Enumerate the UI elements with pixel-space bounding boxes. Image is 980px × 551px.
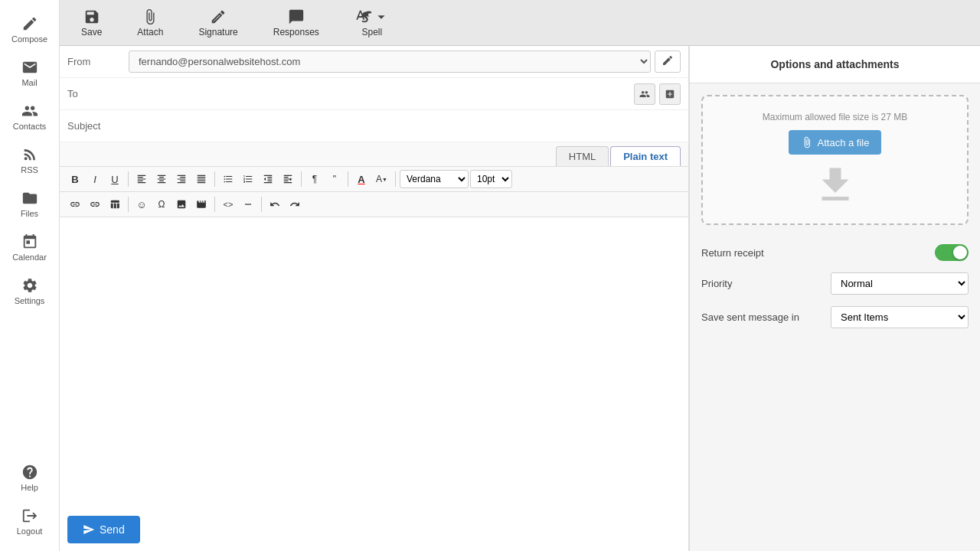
- insert-table-button[interactable]: [106, 195, 124, 214]
- sidebar-item-calendar[interactable]: Calendar: [0, 226, 59, 269]
- insert-image-button[interactable]: [172, 195, 191, 214]
- panel-title: Options and attachments: [690, 46, 980, 83]
- sidebar-item-settings[interactable]: Settings: [0, 269, 59, 313]
- insert-link-button[interactable]: [66, 195, 84, 214]
- sidebar-item-label-contacts: Contacts: [13, 122, 46, 131]
- font-family-select[interactable]: Verdana: [400, 170, 469, 188]
- subject-label: Subject: [67, 120, 129, 132]
- sidebar-item-files[interactable]: Files: [0, 182, 59, 226]
- tab-plaintext[interactable]: Plain text: [610, 146, 681, 166]
- highlight-color-button[interactable]: A▼: [372, 170, 391, 188]
- save-icon: [83, 8, 100, 25]
- calendar-icon: [21, 233, 38, 250]
- sidebar-item-label-rss: RSS: [21, 165, 38, 174]
- sidebar-bottom: Help Logout: [0, 456, 59, 551]
- signature-label: Signature: [198, 27, 237, 37]
- responses-button[interactable]: Responses: [267, 5, 325, 41]
- attach-button[interactable]: Attach: [131, 5, 169, 41]
- insert-emoji-button[interactable]: ☺: [132, 195, 151, 214]
- sidebar-item-logout[interactable]: Logout: [0, 500, 59, 543]
- spell-button[interactable]: Spell: [348, 5, 396, 41]
- indent-increase-button[interactable]: [279, 170, 297, 188]
- address-book-button[interactable]: [634, 83, 655, 105]
- toggle-knob: [953, 246, 967, 259]
- tab-html[interactable]: HTML: [556, 146, 609, 166]
- underline-button[interactable]: U: [106, 170, 124, 188]
- to-row: To: [60, 78, 688, 110]
- attach-file-button[interactable]: Attach a file: [789, 130, 882, 155]
- font-color-button[interactable]: A: [352, 170, 371, 188]
- max-file-size-text: Maximum allowed file size is 27 MB: [763, 112, 907, 122]
- code-button[interactable]: <>: [219, 195, 237, 214]
- logout-icon: [21, 507, 38, 524]
- align-left-button[interactable]: [132, 170, 151, 188]
- sidebar: Compose Mail Contacts RSS Files Calendar…: [0, 0, 60, 551]
- signature-button[interactable]: Signature: [192, 5, 243, 41]
- blockquote-button[interactable]: ": [325, 170, 344, 188]
- separator-4: [348, 171, 348, 187]
- attach-label: Attach: [137, 27, 163, 37]
- edit-icon: [662, 54, 674, 67]
- horizontal-rule-button[interactable]: [239, 195, 257, 214]
- sidebar-item-rss[interactable]: RSS: [0, 139, 59, 182]
- italic-button[interactable]: I: [86, 170, 104, 188]
- add-recipient-button[interactable]: [659, 83, 681, 105]
- attach-icon: [142, 8, 158, 25]
- bold-button[interactable]: B: [66, 170, 84, 188]
- from-select[interactable]: fernando@personalwebsitehost.com: [129, 51, 651, 73]
- email-form: From fernando@personalwebsitehost.com To: [60, 46, 689, 551]
- save-sent-select[interactable]: Sent Items Drafts None: [831, 306, 969, 328]
- sidebar-item-label-settings: Settings: [15, 296, 45, 305]
- insert-special-char-button[interactable]: Ω: [152, 195, 171, 214]
- align-right-button[interactable]: [172, 170, 191, 188]
- help-icon: [21, 464, 38, 481]
- unordered-list-button[interactable]: [219, 170, 237, 188]
- ordered-list-button[interactable]: [239, 170, 257, 188]
- align-center-button[interactable]: [152, 170, 171, 188]
- rss-icon: [21, 146, 38, 163]
- to-input[interactable]: [129, 82, 630, 106]
- sidebar-item-mail[interactable]: Mail: [0, 51, 59, 95]
- sidebar-item-label-logout: Logout: [17, 527, 43, 536]
- redo-button[interactable]: [286, 195, 304, 214]
- signature-icon: [210, 8, 227, 25]
- settings-icon: [21, 277, 38, 294]
- sidebar-item-label-files: Files: [21, 209, 38, 218]
- drop-zone-icon: [812, 162, 858, 208]
- paragraph-button[interactable]: ¶: [305, 170, 324, 188]
- editor-body[interactable]: [60, 217, 688, 508]
- return-receipt-toggle[interactable]: [935, 244, 969, 261]
- separator-3: [301, 171, 302, 187]
- to-actions: [634, 83, 681, 105]
- insert-media-button[interactable]: [192, 195, 211, 214]
- to-label: To: [67, 88, 129, 99]
- files-icon: [21, 190, 38, 207]
- subject-input[interactable]: [129, 114, 681, 138]
- separator-6: [128, 197, 129, 212]
- separator-5: [395, 171, 396, 187]
- sidebar-item-contacts[interactable]: Contacts: [0, 95, 59, 139]
- save-sent-row: Save sent message in Sent Items Drafts N…: [701, 306, 969, 328]
- attach-file-label: Attach a file: [818, 137, 870, 148]
- separator-7: [214, 197, 215, 212]
- return-receipt-row: Return receipt: [701, 244, 969, 261]
- send-button[interactable]: Send: [67, 516, 140, 543]
- spell-label: Spell: [361, 27, 382, 37]
- save-label: Save: [81, 27, 102, 37]
- save-button[interactable]: Save: [75, 5, 108, 41]
- compose-area: From fernando@personalwebsitehost.com To: [60, 46, 980, 551]
- remove-link-button[interactable]: [86, 195, 104, 214]
- sidebar-item-compose[interactable]: Compose: [0, 8, 59, 51]
- indent-decrease-button[interactable]: [259, 170, 277, 188]
- compose-icon: [21, 15, 38, 32]
- responses-label: Responses: [273, 27, 319, 37]
- undo-button[interactable]: [266, 195, 284, 214]
- subject-row: Subject: [60, 110, 688, 142]
- justify-button[interactable]: [192, 170, 211, 188]
- font-size-select[interactable]: 10pt: [470, 170, 512, 188]
- priority-select[interactable]: Normal High Low: [831, 272, 969, 295]
- edit-from-button[interactable]: [655, 51, 681, 73]
- from-row: From fernando@personalwebsitehost.com: [60, 46, 688, 78]
- spell-icon: [354, 8, 371, 25]
- sidebar-item-help[interactable]: Help: [0, 456, 59, 500]
